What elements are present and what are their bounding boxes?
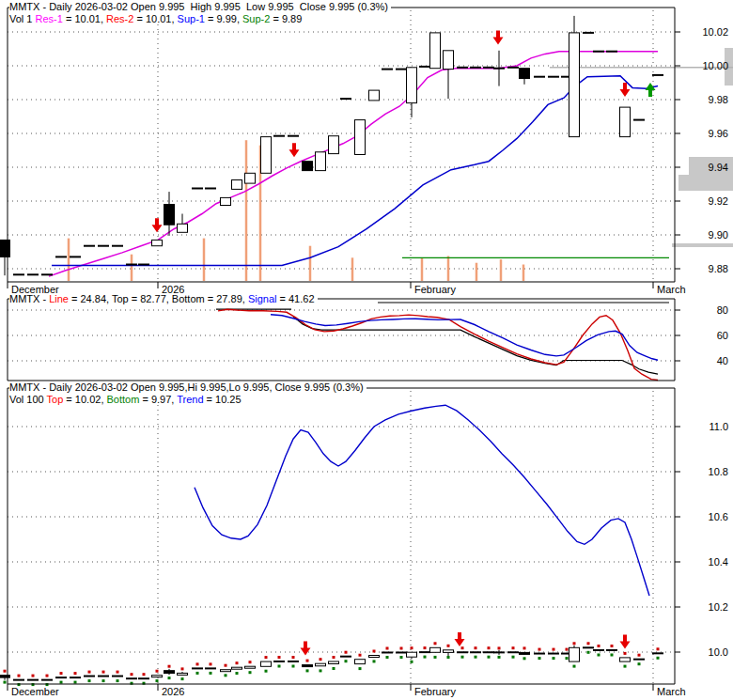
svg-text:9.92: 9.92 bbox=[709, 195, 728, 207]
series-lines bbox=[216, 303, 669, 381]
y-axis-labels: 806040 bbox=[675, 304, 728, 366]
legend-segment: Res-2 bbox=[106, 13, 133, 24]
panel-border bbox=[8, 299, 675, 381]
series-ma-magenta bbox=[49, 52, 658, 276]
trend-panel[interactable]: 11.010.810.610.410.210.0December2026Febr… bbox=[0, 388, 728, 697]
legend-segment: Signal bbox=[248, 293, 277, 304]
svg-text:10.02: 10.02 bbox=[702, 26, 728, 38]
svg-text:2026: 2026 bbox=[162, 686, 184, 697]
legend-segment: Vol 100 bbox=[9, 394, 47, 405]
svg-text:9.90: 9.90 bbox=[709, 229, 728, 241]
svg-text:10.0: 10.0 bbox=[709, 646, 728, 658]
svg-text:9.98: 9.98 bbox=[709, 94, 728, 105]
legend-segment: Res-1 bbox=[36, 13, 63, 24]
svg-text:10.8: 10.8 bbox=[709, 466, 728, 477]
series-support-blue bbox=[52, 76, 658, 266]
chart-window: 10.0210.009.989.969.949.929.909.88Decemb… bbox=[0, 0, 733, 700]
legend-segment: Trend bbox=[177, 394, 203, 405]
candlestick-series bbox=[0, 642, 663, 686]
stochastic-panel[interactable]: 806040 bbox=[8, 299, 728, 381]
svg-text:February: February bbox=[414, 686, 457, 697]
svg-text:80: 80 bbox=[717, 304, 728, 316]
legend-segment: Sup-2 bbox=[242, 13, 270, 24]
chart-canvas[interactable]: 10.0210.009.989.969.949.929.909.88Decemb… bbox=[0, 0, 733, 700]
price-panel-legend: Vol 1 Res-1 = 10.01, Res-2 = 10.01, Sup-… bbox=[9, 13, 304, 24]
legend-segment: = 10.25 bbox=[204, 394, 242, 405]
gridlines bbox=[8, 391, 675, 683]
volume-spikes bbox=[69, 140, 523, 281]
svg-text:10.00: 10.00 bbox=[702, 60, 728, 71]
legend-segment: = 9.99, bbox=[205, 13, 242, 24]
trend-panel-title: MMTX - Daily 2026-03-02 Open 9.995,Hi 9.… bbox=[9, 381, 366, 393]
legend-segment: Line bbox=[49, 293, 69, 304]
legend-segment: = 41.62 bbox=[276, 293, 314, 304]
y-axis-labels: 11.010.810.610.410.210.0 bbox=[675, 421, 728, 658]
y-axis-labels: 10.0210.009.989.969.949.929.909.88 bbox=[675, 26, 728, 274]
stochastic-panel-legend: MMTX - Line = 24.84, Top = 82.77, Bottom… bbox=[9, 293, 318, 304]
svg-text:60: 60 bbox=[717, 330, 728, 341]
trend-panel-legend: Vol 100 Top = 10.02, Bottom = 9.97, Tren… bbox=[9, 394, 244, 405]
legend-segment: Vol 1 bbox=[9, 13, 36, 24]
series-Signal bbox=[271, 315, 658, 361]
candlestick-series bbox=[0, 16, 663, 275]
legend-segment: Sup-1 bbox=[178, 13, 205, 24]
svg-text:December: December bbox=[11, 686, 59, 697]
price-panel-title: MMTX - Daily 2026-03-02 Open 9.995 High … bbox=[9, 1, 391, 12]
legend-segment: = 10.01, bbox=[63, 13, 106, 24]
legend-segment: = 10.02, bbox=[63, 394, 106, 405]
gridlines bbox=[8, 310, 675, 361]
series-lines bbox=[195, 405, 649, 596]
legend-segment: = 9.89 bbox=[270, 13, 302, 24]
legend-segment: MMTX - bbox=[9, 293, 49, 304]
svg-text:9.96: 9.96 bbox=[709, 128, 728, 139]
svg-text:10.6: 10.6 bbox=[709, 511, 728, 522]
svg-text:40: 40 bbox=[717, 355, 728, 366]
legend-segment: = 10.01, bbox=[133, 13, 177, 24]
x-axis-labels: December2026FebruaryMarch bbox=[8, 684, 686, 697]
legend-segment: = 24.84, Top = 82.77, Bottom = 27.89, bbox=[69, 293, 248, 304]
svg-text:11.0: 11.0 bbox=[709, 421, 728, 432]
svg-text:March: March bbox=[657, 284, 686, 295]
svg-text:10.4: 10.4 bbox=[709, 556, 728, 568]
legend-segment: Bottom bbox=[107, 394, 140, 405]
svg-text:9.88: 9.88 bbox=[709, 263, 728, 274]
legend-segment: Top bbox=[47, 394, 64, 405]
legend-segment: = 9.97, bbox=[139, 394, 177, 405]
volume-profile-bars bbox=[672, 48, 733, 247]
series-Trend bbox=[195, 405, 649, 596]
svg-text:March: March bbox=[657, 686, 686, 697]
panel-border bbox=[8, 388, 675, 684]
price-panel[interactable]: 10.0210.009.989.969.949.929.909.88Decemb… bbox=[0, 8, 733, 295]
svg-text:February: February bbox=[414, 284, 457, 295]
svg-text:9.94: 9.94 bbox=[709, 162, 728, 173]
svg-text:10.2: 10.2 bbox=[709, 601, 728, 613]
